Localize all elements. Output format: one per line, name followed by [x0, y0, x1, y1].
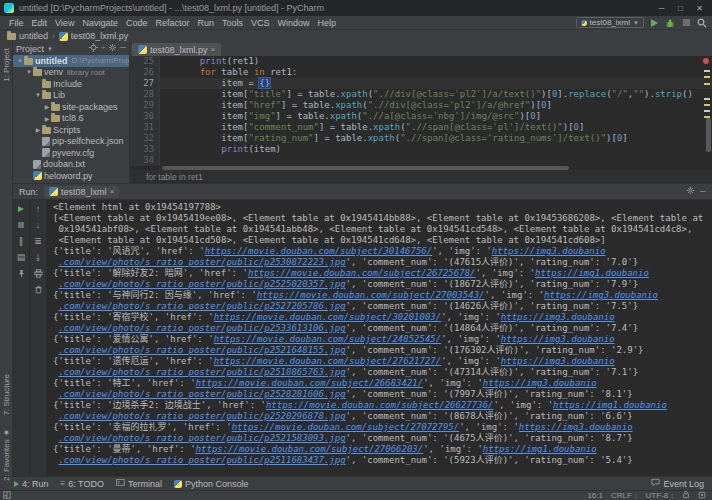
debug-bug-icon[interactable]: [664, 17, 676, 29]
breadcrumb-file[interactable]: test08_lxml.py: [59, 31, 129, 41]
error-stripe-mark[interactable]: [704, 70, 710, 72]
console-link[interactable]: https://img1.doubanio: [553, 400, 667, 410]
menu-item-code[interactable]: Code: [122, 18, 152, 28]
stripe-tab-project[interactable]: 1: Project: [2, 48, 11, 82]
lock-icon[interactable]: [682, 490, 690, 500]
toolwindow-button-run[interactable]: 4: Run: [14, 479, 49, 489]
code-line[interactable]: 25 print(ret1): [130, 56, 712, 67]
close-icon[interactable]: ×: [211, 45, 216, 54]
code-area[interactable]: 25 print(ret1)26 for table in ret1:27 it…: [130, 56, 712, 166]
editor-vertical-scrollbar[interactable]: [706, 118, 711, 152]
search-icon[interactable]: [696, 17, 708, 29]
project-tree-item[interactable]: ▼untitledD:\PycharmProjects\unti: [13, 55, 129, 67]
menu-item-vcs[interactable]: VCS: [247, 18, 274, 28]
project-tree-item[interactable]: renren1.html: [13, 182, 129, 184]
stop-button[interactable]: [15, 219, 28, 231]
event-log-button[interactable]: Event Log: [651, 478, 704, 489]
console-link[interactable]: https://movie.douban.com/subject/2707279…: [232, 422, 460, 432]
scroll-to-end-icon[interactable]: ⤓: [32, 251, 45, 263]
expand-arrow-icon[interactable]: ▶: [43, 115, 51, 122]
breadcrumb-project[interactable]: untitled: [7, 31, 48, 41]
highlighting-level-icon[interactable]: [698, 491, 706, 500]
chevron-down-icon[interactable]: ▼: [47, 46, 53, 52]
hide-icon[interactable]: ─: [120, 43, 126, 54]
project-tree-item[interactable]: ▼Lib: [13, 90, 129, 102]
console-link[interactable]: https://img3.doubanio: [501, 334, 615, 344]
close-icon[interactable]: ×: [110, 187, 115, 196]
console-link[interactable]: https://img3.doubanio: [519, 422, 633, 432]
inspection-indicator-icon[interactable]: [703, 58, 709, 64]
code-line[interactable]: 29 item["href"] = table.xpath(".//div[@c…: [130, 100, 712, 111]
code-line[interactable]: 28 item["title"] = table.xpath(".//div[@…: [130, 89, 712, 100]
console-link[interactable]: .com/view/photo/s_ratio_poster/public/p2…: [58, 389, 345, 399]
minimize-button[interactable]: ─: [653, 2, 670, 15]
console-link[interactable]: .com/view/photo/s_ratio_poster/public/p2…: [58, 411, 345, 421]
toolwindow-button-todo[interactable]: ≡ 6: TODO: [61, 479, 104, 489]
console-link[interactable]: .com/view/photo/s_ratio_poster/public/p2…: [58, 367, 345, 377]
expand-arrow-icon[interactable]: ▼: [34, 92, 42, 98]
code-line[interactable]: 34: [130, 155, 712, 166]
console-link[interactable]: https://img1.doubanio: [535, 268, 649, 278]
menu-item-navigate[interactable]: Navigate: [78, 18, 122, 28]
up-stack-icon[interactable]: ↑: [32, 203, 45, 215]
console-link[interactable]: .com/view/photo/s_ratio_poster/public/p2…: [58, 345, 345, 355]
console-link[interactable]: https://img1.doubanio: [483, 444, 597, 454]
menu-item-window[interactable]: Window: [274, 18, 314, 28]
console-link[interactable]: https://img3.doubanio: [544, 290, 658, 300]
error-stripe-mark[interactable]: [704, 98, 710, 100]
console-link[interactable]: https://img3.doubanio: [492, 246, 606, 256]
pause-output-button[interactable]: ∥: [15, 235, 28, 247]
stripe-tab-structure[interactable]: 7: Structure: [2, 374, 11, 415]
menu-item-edit[interactable]: Edit: [28, 18, 52, 28]
project-tree-item[interactable]: ▼venvlibrary root: [13, 67, 129, 79]
caret-position[interactable]: 16:1: [587, 491, 603, 500]
project-tree-item[interactable]: heloword.py: [13, 170, 129, 182]
expand-arrow-icon[interactable]: ▶: [43, 103, 51, 110]
console-link[interactable]: https://img3.doubanio: [483, 378, 597, 388]
code-line[interactable]: 31 item["comment_num"] = table.xpath("./…: [130, 122, 712, 133]
console-link[interactable]: https://movie.douban.com/subject/2762172…: [214, 356, 442, 366]
console-link[interactable]: https://img3.doubanio: [501, 312, 615, 322]
console-output[interactable]: <Element html at 0x19454197788>[<Element…: [47, 200, 712, 476]
pin-icon[interactable]: [15, 267, 28, 279]
stripe-tab-favorites[interactable]: 2: Favorites ★: [2, 428, 11, 481]
console-link[interactable]: .com/view/photo/s_ratio_poster/public/p2…: [58, 433, 345, 443]
console-link[interactable]: https://movie.douban.com/subject/2700354…: [257, 290, 485, 300]
menu-item-refactor[interactable]: Refactor: [151, 18, 193, 28]
toolwindow-switcher-icon[interactable]: [3, 491, 11, 500]
project-tree-item[interactable]: Include: [13, 78, 129, 90]
toolwindow-button-terminal[interactable]: Terminal: [116, 478, 162, 489]
error-stripe-mark[interactable]: [704, 104, 710, 106]
code-line[interactable]: 32 item["rating_num"] = table.xpath(".//…: [130, 133, 712, 144]
line-separator-indicator[interactable]: CRLF ↕: [611, 491, 638, 500]
clear-all-icon[interactable]: [32, 283, 45, 295]
project-panel-title[interactable]: Project: [16, 44, 44, 54]
soft-wrap-icon[interactable]: ≣: [32, 235, 45, 247]
run-tab[interactable]: test08_lxml ×: [44, 186, 119, 198]
code-line[interactable]: 33 print(item): [130, 144, 712, 155]
project-tree-item[interactable]: pyvenv.cfg: [13, 147, 129, 159]
gear-icon[interactable]: [108, 43, 117, 54]
project-tree-item[interactable]: douban.txt: [13, 159, 129, 171]
close-button[interactable]: ✕: [691, 2, 708, 15]
error-stripe-mark[interactable]: [704, 76, 710, 78]
console-link[interactable]: .com/view/photo/s_ratio_poster/public/p2…: [58, 257, 345, 267]
console-link[interactable]: https://movie.douban.com/subject/3020100…: [214, 312, 442, 322]
menu-item-view[interactable]: View: [51, 18, 78, 28]
console-link[interactable]: https://movie.douban.com/subject/2668342…: [196, 378, 424, 388]
console-link[interactable]: https://movie.douban.com/subject/2485254…: [214, 334, 442, 344]
menu-item-help[interactable]: Help: [314, 18, 341, 28]
code-line[interactable]: 27 item = {}: [130, 78, 712, 89]
rerun-button[interactable]: [15, 203, 28, 215]
console-link[interactable]: https://img3.doubanio: [501, 356, 615, 366]
console-link[interactable]: https://movie.douban.com/subject/2662773…: [266, 400, 494, 410]
menu-item-file[interactable]: File: [5, 18, 28, 28]
encoding-indicator[interactable]: UTF-8 ↕: [646, 491, 674, 500]
error-stripe-mark[interactable]: [704, 83, 710, 85]
editor-tab[interactable]: test08_lxml.py ×: [132, 43, 221, 56]
console-link[interactable]: https://movie.douban.com/subject/3014675…: [205, 246, 433, 256]
error-stripe-mark[interactable]: [704, 110, 710, 112]
console-link[interactable]: .com/view/photo/s_ratio_poster/public/p2…: [58, 279, 345, 289]
menu-item-tools[interactable]: Tools: [218, 18, 247, 28]
menu-item-run[interactable]: Run: [193, 18, 218, 28]
